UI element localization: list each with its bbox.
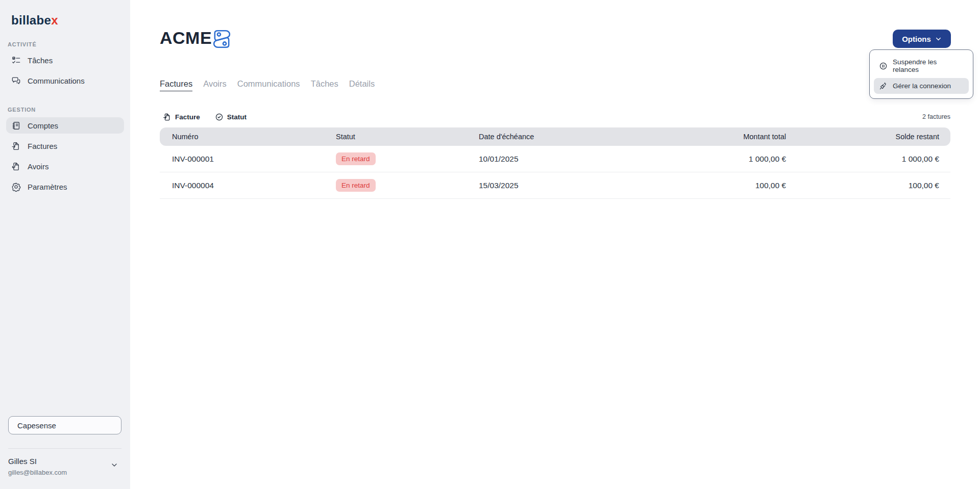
ledger-icon — [11, 121, 21, 131]
table-row[interactable]: INV-000004 En retard 15/03/2025 100,00 €… — [160, 172, 950, 199]
sidebar-section-activite: ACTIVITÉ — [8, 41, 37, 47]
file-export-icon — [11, 162, 21, 171]
col-solde-restant: Solde restant — [786, 133, 950, 141]
cell-numero: INV-000001 — [160, 155, 336, 164]
page-title: ACME — [160, 28, 212, 48]
pause-circle-icon — [879, 62, 888, 70]
tab-details[interactable]: Détails — [349, 79, 375, 91]
logo-accent: x — [51, 13, 58, 27]
cell-date: 10/01/2025 — [479, 155, 627, 164]
plug-zap-icon — [879, 82, 888, 90]
sidebar-item-factures[interactable]: Factures — [6, 138, 124, 153]
invoice-icon — [163, 113, 172, 121]
tab-taches[interactable]: Tâches — [311, 79, 338, 91]
sidebar-divider — [8, 448, 121, 449]
sidebar-item-label: Avoirs — [28, 162, 48, 171]
cell-solde: 1 000,00 € — [786, 155, 950, 164]
menu-item-label: Suspendre les relances — [893, 58, 964, 73]
checklist-icon — [11, 56, 21, 65]
sidebar: billabex ACTIVITÉ Tâches Communications … — [0, 0, 130, 489]
sidebar-item-label: Factures — [28, 142, 57, 150]
col-date-echeance: Date d'échéance — [479, 133, 627, 141]
options-button-label: Options — [902, 35, 931, 43]
options-menu: Suspendre les relances Gérer la connexio… — [869, 49, 973, 99]
cell-date: 15/03/2025 — [479, 181, 627, 190]
company-selector-value: Capesense — [17, 421, 56, 430]
tab-avoirs[interactable]: Avoirs — [203, 79, 227, 91]
col-statut: Statut — [336, 133, 479, 141]
options-button[interactable]: Options — [893, 30, 951, 48]
zoho-books-icon — [211, 29, 232, 49]
cell-numero: INV-000004 — [160, 181, 336, 190]
sidebar-item-label: Comptes — [28, 121, 58, 130]
col-numero: Numéro — [160, 133, 336, 141]
invoice-count: 2 factures — [922, 113, 950, 120]
status-badge: En retard — [336, 179, 376, 192]
account-tabs: Factures Avoirs Communications Tâches Dé… — [160, 79, 375, 91]
invoices-table: Numéro Statut Date d'échéance Montant to… — [160, 127, 950, 199]
cell-solde: 100,00 € — [786, 181, 950, 190]
sidebar-item-comptes[interactable]: Comptes — [6, 117, 124, 134]
menu-item-suspendre-relances[interactable]: Suspendre les relances — [874, 55, 969, 77]
filter-statut[interactable]: Statut — [215, 113, 247, 121]
sidebar-item-label: Paramètres — [28, 183, 67, 191]
col-montant-total: Montant total — [627, 133, 786, 141]
sidebar-item-taches[interactable]: Tâches — [6, 53, 124, 68]
chevron-down-icon — [935, 36, 942, 42]
sidebar-item-communications[interactable]: Communications — [6, 73, 124, 88]
menu-item-gerer-connexion[interactable]: Gérer la connexion — [874, 78, 969, 94]
cell-statut: En retard — [336, 179, 479, 192]
gear-icon — [11, 182, 21, 192]
filter-row: Facture Statut — [163, 113, 247, 121]
cell-montant: 100,00 € — [627, 181, 786, 190]
tab-factures[interactable]: Factures — [160, 79, 192, 91]
user-menu[interactable]: Gilles SI gilles@billabex.com — [0, 454, 130, 484]
filter-label: Statut — [227, 113, 247, 121]
tab-communications[interactable]: Communications — [237, 79, 300, 91]
sidebar-section-gestion: GESTION — [8, 107, 36, 113]
chevron-down-icon — [110, 461, 118, 469]
status-badge: En retard — [336, 152, 376, 165]
logo-text: billabe — [11, 13, 51, 27]
user-name: Gilles SI — [8, 457, 37, 466]
chat-bubbles-icon — [11, 76, 21, 86]
cell-statut: En retard — [336, 152, 479, 165]
status-check-icon — [215, 113, 224, 121]
table-header: Numéro Statut Date d'échéance Montant to… — [160, 127, 950, 146]
table-row[interactable]: INV-000001 En retard 10/01/2025 1 000,00… — [160, 146, 950, 172]
billabex-logo: billabex — [11, 13, 58, 28]
sidebar-item-label: Communications — [28, 76, 85, 85]
sidebar-item-avoirs[interactable]: Avoirs — [6, 159, 124, 174]
sidebar-item-label: Tâches — [28, 56, 53, 65]
cell-montant: 1 000,00 € — [627, 155, 786, 164]
sidebar-item-parametres[interactable]: Paramètres — [6, 179, 124, 194]
filter-label: Facture — [175, 113, 200, 121]
filter-facture[interactable]: Facture — [163, 113, 200, 121]
menu-item-label: Gérer la connexion — [893, 82, 951, 90]
file-import-icon — [11, 141, 21, 151]
user-email: gilles@billabex.com — [8, 469, 67, 476]
company-selector[interactable]: Capesense — [8, 416, 121, 434]
